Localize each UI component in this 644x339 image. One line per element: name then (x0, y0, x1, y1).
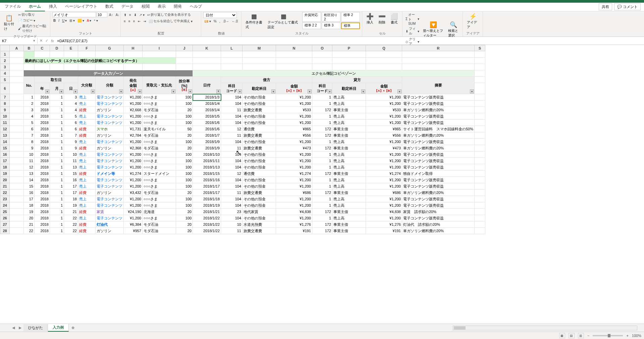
align-top-button[interactable]: ⬆ (123, 13, 127, 17)
comma-button[interactable]: , (218, 19, 221, 23)
formula-bar[interactable] (57, 38, 642, 44)
comment-button[interactable]: 💬 コメント (614, 3, 641, 10)
col-header-L[interactable]: L (221, 45, 243, 51)
number-format-select[interactable]: 日付 (203, 12, 237, 18)
indent-inc-button[interactable]: ⇥ (142, 19, 147, 23)
find-select-button[interactable]: 🔍検索と選択 (446, 20, 461, 39)
col-header-R[interactable]: R (402, 45, 475, 51)
style-normal[interactable]: 標準 (341, 22, 360, 29)
underline-button[interactable]: U ▾ (61, 18, 68, 23)
row-header-7[interactable]: 7 (0, 94, 10, 100)
row-header-17[interactable]: 17 (0, 158, 10, 164)
align-middle-button[interactable]: ≡ (128, 13, 132, 17)
row-header-18[interactable]: 18 (0, 164, 10, 171)
copy-button[interactable]: 📄 コピー ▾ (17, 18, 48, 23)
indent-dec-button[interactable]: ⇤ (137, 19, 142, 23)
view-break-button[interactable]: ▥ (578, 333, 584, 338)
sheet-tab-template[interactable]: ひながた (23, 324, 48, 331)
cancel-formula-icon[interactable]: ✕ (40, 39, 43, 43)
border-button[interactable]: ⊞ ▾ (68, 18, 76, 23)
row-header-15[interactable]: 15 (0, 145, 10, 151)
col-header-G[interactable]: G (96, 45, 124, 51)
menu-tab-7[interactable]: 表示 (154, 2, 170, 11)
row-header-27[interactable]: 27 (0, 221, 10, 228)
ideas-button[interactable]: ⚡アイデア (465, 12, 481, 30)
font-color-button[interactable]: A ▾ (86, 18, 93, 23)
row-header-23[interactable]: 23 (0, 196, 10, 202)
style-normal3[interactable]: 標準 3 (322, 22, 340, 29)
zone-input[interactable]: データ入力ゾーン (24, 70, 193, 77)
row-header-11[interactable]: 11 (0, 120, 10, 126)
menu-tab-2[interactable]: 挿入 (45, 2, 61, 11)
cond-format-button[interactable]: ▦条件付き書式 (244, 12, 265, 30)
fx-icon[interactable]: fx (51, 39, 54, 43)
style-foreign[interactable]: 外貨対応 (302, 12, 321, 22)
active-cell[interactable]: 2018/1/3 (193, 94, 221, 100)
paste-button[interactable]: 📋貼り付け (2, 14, 16, 32)
col-header-Q[interactable]: Q (366, 45, 402, 51)
col-header-B[interactable]: B (24, 45, 35, 51)
sheet-area[interactable]: ABCDEFGHIJKLMNOPQRS12最終的にほしいデータ（エクセル簿記の仕… (0, 45, 644, 324)
horizontal-scrollbar[interactable] (453, 326, 637, 330)
wrap-text-button[interactable]: ↩ 折り返して全体を表示する (146, 12, 192, 17)
font-grow-button[interactable]: A↑ (108, 13, 114, 17)
menu-tab-5[interactable]: データ (117, 2, 138, 11)
row-header-26[interactable]: 26 (0, 215, 10, 221)
format-cells-button[interactable]: ⬜書式 (388, 12, 400, 25)
col-header-O[interactable]: O (312, 45, 332, 51)
row-header-19[interactable]: 19 (0, 171, 10, 177)
style-normal22[interactable]: 標準 2 2 (302, 22, 321, 29)
zone-copy[interactable]: エクセル簿記コピペゾーン (193, 70, 475, 77)
style-comma2[interactable]: 桁区切り 2 (322, 12, 340, 22)
tab-nav-next-icon[interactable]: ▶ (17, 326, 23, 330)
row-header-12[interactable]: 12 (0, 126, 10, 132)
sheet-tab-example[interactable]: 入力例 (48, 324, 69, 332)
align-right-button[interactable]: ≡ (132, 19, 136, 23)
enter-formula-icon[interactable]: ✓ (45, 39, 48, 43)
percent-button[interactable]: % (213, 19, 218, 23)
menu-tab-0[interactable]: ファイル (1, 2, 25, 11)
insert-cells-button[interactable]: ➕挿入 (364, 12, 376, 25)
fill-button[interactable]: ⬇ フィル ▾ (405, 26, 420, 36)
col-header-P[interactable]: P (332, 45, 366, 51)
orientation-button[interactable]: ↗ ▾ (138, 13, 146, 17)
row-header-2[interactable]: 2 (0, 58, 10, 64)
row-header-20[interactable]: 20 (0, 177, 10, 183)
zoom-slider[interactable] (593, 335, 623, 336)
decimal-dec-button[interactable]: ←.0 (231, 19, 239, 23)
view-normal-button[interactable]: ▦ (559, 333, 565, 338)
row-header-8[interactable]: 8 (0, 100, 10, 107)
share-button[interactable]: 共有 (599, 3, 612, 10)
menu-tab-9[interactable]: ヘルプ (186, 2, 206, 11)
tab-nav-prev-icon[interactable]: ◀ (10, 326, 17, 330)
row-header-24[interactable]: 24 (0, 202, 10, 209)
col-header-N[interactable]: N (276, 45, 312, 51)
sort-filter-button[interactable]: 🔽並べ替えとフィルター (421, 20, 445, 39)
col-header-A[interactable]: A (10, 45, 24, 51)
col-header-D[interactable]: D (50, 45, 64, 51)
row-header-4[interactable]: 4 (0, 70, 10, 77)
phonetic-button[interactable]: ᵃ ▾ (93, 18, 99, 23)
row-header-10[interactable]: 10 (0, 113, 10, 120)
font-name-select[interactable] (52, 12, 96, 17)
row-header-21[interactable]: 21 (0, 183, 10, 190)
col-header-S[interactable]: S (475, 45, 485, 51)
italic-button[interactable]: I (57, 18, 60, 23)
menu-tab-3[interactable]: ページレイアウト (61, 2, 101, 11)
style-normal2[interactable]: 標準 2 (341, 12, 360, 22)
menu-tab-8[interactable]: 開発 (170, 2, 186, 11)
format-painter-button[interactable]: 🖌 書式のコピー/貼り付け (17, 23, 48, 33)
view-layout-button[interactable]: ▤ (569, 333, 575, 338)
autosum-button[interactable]: Σ オート SUM ▾ (405, 12, 420, 26)
fill-color-button[interactable]: 🟨 ▾ (76, 18, 85, 23)
col-header-H[interactable]: H (124, 45, 143, 51)
col-header-K[interactable]: K (193, 45, 221, 51)
col-header-C[interactable]: C (35, 45, 50, 51)
row-header-28[interactable]: 28 (0, 228, 10, 234)
decimal-inc-button[interactable]: .0→ (222, 19, 230, 23)
merge-button[interactable]: ⬜ セルを結合して中央揃え ▾ (148, 18, 194, 24)
cut-button[interactable]: ✂ 切り取り (17, 12, 48, 17)
row-header-9[interactable]: 9 (0, 107, 10, 113)
font-size-select[interactable] (97, 12, 107, 17)
col-header-F[interactable]: F (78, 45, 96, 51)
